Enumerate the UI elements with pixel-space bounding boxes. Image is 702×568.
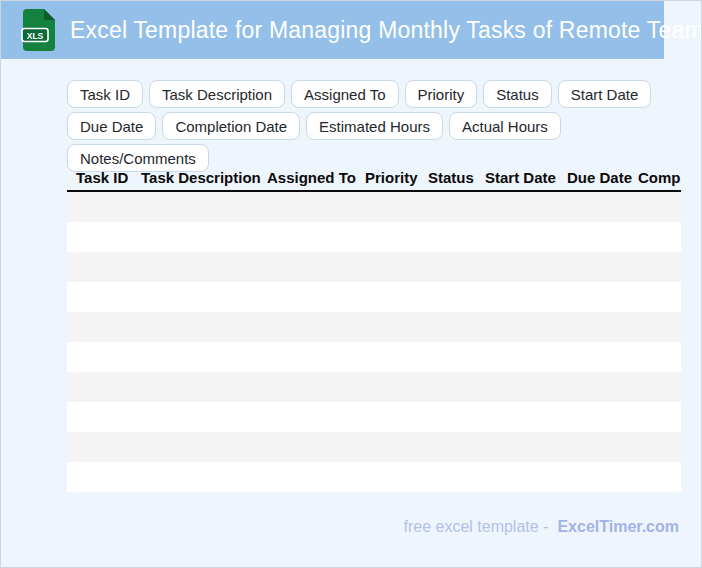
table-row (67, 252, 681, 282)
header-bar: XLS Excel Template for Managing Monthly … (1, 1, 664, 59)
table-row (67, 312, 681, 342)
footer: free excel template -ExcelTimer.com (403, 518, 679, 536)
column-header-status: Status (428, 169, 485, 186)
field-chip-start-date[interactable]: Start Date (558, 80, 652, 108)
task-table: Task IDTask DescriptionAssigned ToPriori… (67, 164, 681, 492)
column-header-due-date: Due Date (567, 169, 638, 186)
field-chip-list: Task IDTask DescriptionAssigned ToPriori… (67, 80, 702, 172)
field-chip-assigned-to[interactable]: Assigned To (291, 80, 398, 108)
field-chip-task-id[interactable]: Task ID (67, 80, 143, 108)
column-header-priority: Priority (365, 169, 428, 186)
table-row (67, 282, 681, 312)
footer-text: free excel template - (403, 518, 548, 535)
table-row (67, 402, 681, 432)
field-chip-completion-date[interactable]: Completion Date (162, 112, 300, 140)
table-row (67, 222, 681, 252)
table-row (67, 192, 681, 222)
page: XLS Excel Template for Managing Monthly … (0, 0, 702, 568)
field-chip-task-description[interactable]: Task Description (149, 80, 285, 108)
field-chip-priority[interactable]: Priority (405, 80, 478, 108)
column-header-assigned-to: Assigned To (267, 169, 365, 186)
field-chip-actual-hours[interactable]: Actual Hours (449, 112, 561, 140)
footer-brand-link[interactable]: ExcelTimer.com (557, 518, 679, 535)
column-header-start-date: Start Date (485, 169, 567, 186)
table-body (67, 192, 681, 492)
table-header-row: Task IDTask DescriptionAssigned ToPriori… (67, 164, 681, 192)
table-row (67, 372, 681, 402)
field-chip-estimated-hours[interactable]: Estimated Hours (306, 112, 443, 140)
table-row (67, 342, 681, 372)
column-header-task-description: Task Description (141, 169, 267, 186)
column-header-task-id: Task ID (76, 169, 141, 186)
column-header-completion-date: Completion Date (638, 169, 681, 186)
table-row (67, 432, 681, 462)
page-title: Excel Template for Managing Monthly Task… (70, 17, 702, 44)
xls-file-icon: XLS (21, 9, 55, 51)
xls-icon-label: XLS (27, 31, 44, 41)
field-chip-due-date[interactable]: Due Date (67, 112, 156, 140)
table-row (67, 462, 681, 492)
field-chip-status[interactable]: Status (483, 80, 552, 108)
